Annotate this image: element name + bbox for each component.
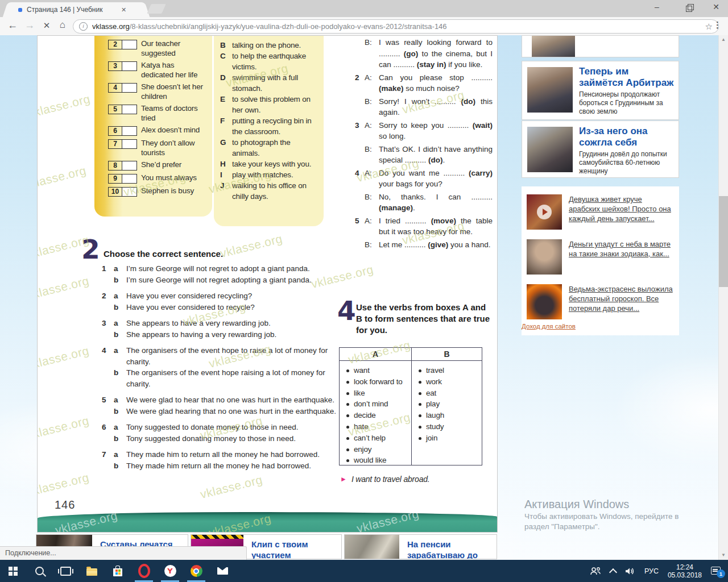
news-headline[interactable]: Теперь им займётся Арбитраж — [579, 66, 675, 89]
address-bar[interactable]: i vklasse.org/8-klass/uchebniki/anglijsk… — [73, 19, 719, 34]
ad-headline[interactable]: Клип с твоим участием — [251, 539, 341, 559]
mail-button[interactable] — [209, 560, 235, 582]
option-b-text: Tony suggested donating money to those i… — [126, 433, 349, 444]
dialogue-number: 3 — [355, 120, 365, 142]
browser-menu-icon[interactable]: ⋮ — [713, 20, 722, 30]
ad-thumbnail — [527, 194, 562, 230]
dialogue-line: 4 A: Do you want me .......... (carry) y… — [355, 168, 493, 190]
option-a-text: Tony suggested to donate money to those … — [126, 422, 349, 433]
ad-link[interactable]: Деньги упадут с неба в марте на такие зн… — [569, 239, 675, 275]
ad-item[interactable]: Деньги упадут с неба в марте на такие зн… — [527, 239, 679, 275]
scrollbar-thumb[interactable] — [719, 196, 728, 287]
exercise2-number: 2 — [81, 236, 100, 263]
letter-key: H — [220, 159, 232, 169]
ad-item[interactable]: Ведьма-экстрасенс выложила бесплатный го… — [527, 284, 679, 319]
chrome-button[interactable] — [183, 560, 209, 582]
mail-icon — [217, 567, 228, 575]
verb-item: like — [346, 388, 411, 399]
ad-link[interactable]: Девушка живет круче арабских шейхов! Про… — [569, 194, 675, 230]
news-text: Пенсионеры продолжают бороться с Грудини… — [579, 90, 675, 116]
exercise1-card-left: 2 Our teacher suggested 3 Katya has dedi… — [94, 35, 212, 217]
watermark: vklasse.org — [37, 344, 90, 372]
file-explorer-button[interactable] — [78, 560, 105, 582]
letter-key: F — [220, 115, 232, 137]
option-a-label: a — [114, 263, 126, 275]
home-icon[interactable]: ⌂ — [56, 19, 69, 31]
exercise2-item: 6 a Tony suggested to donate money to th… — [102, 422, 372, 444]
verb-item: travel — [419, 365, 482, 376]
scrollbar[interactable]: ▲ ▼ — [718, 35, 728, 560]
people-icon[interactable] — [590, 567, 601, 576]
news-text: Грудинин довёл до попытки самоубийства 6… — [579, 150, 675, 176]
bookmark-star-icon[interactable]: ☆ — [705, 22, 713, 32]
new-tab-button[interactable] — [147, 4, 166, 14]
browser-tab[interactable]: Страница 146 | Учебник ✕ — [9, 2, 143, 17]
example-text: I want to travel abroad. — [351, 475, 430, 484]
exercise2-item: 7 a They made him to return all the mone… — [102, 449, 372, 471]
ad-item[interactable]: Девушка живет круче арабских шейхов! Про… — [527, 194, 679, 230]
close-button[interactable]: ✕ — [708, 2, 725, 11]
dialogue-speaker: B: — [365, 239, 379, 251]
exercise2-item: 3 a She appears to have a very rewarding… — [102, 318, 372, 340]
search-button[interactable] — [26, 560, 52, 582]
back-icon[interactable]: ← — [6, 19, 19, 31]
item-number: 7 — [108, 139, 122, 149]
dialogue-text: I tried .......... (move) the table but … — [379, 215, 493, 238]
answer-boxes: 7 — [108, 139, 137, 149]
start-button[interactable] — [0, 560, 26, 582]
stop-icon[interactable]: ✕ — [40, 20, 53, 31]
ad-headline[interactable]: На пенсии зарабатываю до — [407, 539, 497, 559]
store-button[interactable] — [105, 560, 131, 582]
bottom-ad[interactable]: На пенсии зарабатываю до — [344, 534, 497, 559]
exercise1-item: 10 Stephen is busy — [108, 186, 212, 197]
option-b-text: Have you ever considered to recycle? — [126, 302, 349, 313]
dialogue-line: 3 A: Sorry to keep you .......... (wait)… — [355, 120, 493, 142]
notification-badge: 1 — [717, 569, 725, 578]
windows-activation-watermark: Активация Windows Чтобы активировать Win… — [524, 497, 679, 532]
browser-toolbar: ← → ✕ ⌂ i vklasse.org/8-klass/uchebniki/… — [0, 17, 728, 36]
option-a-label: a — [114, 394, 126, 406]
news-headline[interactable]: Из-за него она сожгла себя — [579, 126, 675, 148]
restore-button[interactable] — [680, 5, 697, 14]
activation-line2: раздел "Параметры". — [524, 522, 679, 532]
example-arrow-icon: ► — [340, 475, 347, 483]
minimize-button[interactable]: – — [648, 2, 665, 11]
verb-item: want — [346, 365, 411, 376]
dialogue-line: 5 A: I tried .......... (move) the table… — [355, 215, 493, 238]
verb-item: study — [419, 421, 482, 433]
exercise2-item: 1 a I’m sure George will not regret to a… — [102, 263, 372, 285]
show-hidden-icons-chevron[interactable] — [609, 568, 617, 576]
item-number: 8 — [108, 161, 122, 171]
volume-icon[interactable] — [625, 567, 635, 576]
clock[interactable]: 12:24 05.03.2018 — [668, 563, 702, 579]
yandex-browser-button[interactable]: Y — [157, 560, 183, 582]
info-icon[interactable]: i — [79, 22, 88, 31]
dialogue-line: B: I was really looking forward to .....… — [355, 37, 493, 70]
ads-footer-link[interactable]: Доход для сайтов — [522, 323, 576, 330]
news-thumbnail — [532, 36, 575, 57]
dialogue-speaker: B: — [365, 37, 379, 70]
scroll-down-icon[interactable]: ▼ — [719, 551, 728, 560]
verb-item: eat — [419, 388, 482, 399]
option-b-label: b — [114, 433, 126, 444]
scroll-up-icon[interactable]: ▲ — [719, 35, 728, 44]
watermark: vklasse.org — [37, 164, 88, 192]
sidebar-news-item[interactable]: Из-за него она сожгла себя Грудинин довё… — [522, 120, 679, 178]
sidebar-news-item-partial[interactable] — [522, 35, 679, 57]
notification-center-button[interactable]: 1 — [711, 567, 721, 575]
dialogue-text: Let me .......... (give) you a hand. — [379, 239, 493, 251]
ad-link[interactable]: Ведьма-экстрасенс выложила бесплатный го… — [569, 284, 675, 319]
sidebar-news-item[interactable]: Теперь им займётся Арбитраж Пенсионеры п… — [522, 61, 679, 120]
task-view-button[interactable] — [52, 560, 78, 582]
forward-icon[interactable]: → — [23, 19, 36, 31]
page-viewport: 2 Our teacher suggested 3 Katya has dedi… — [0, 35, 728, 560]
answer-boxes: 5 — [108, 105, 137, 114]
sidebar-ads: Девушка живет круче арабских шейхов! Про… — [522, 186, 679, 335]
store-icon — [113, 568, 122, 576]
yandex-icon: Y — [164, 565, 176, 577]
dialogue-number: 2 — [355, 72, 365, 94]
language-indicator[interactable]: РУС — [644, 567, 659, 575]
opera-button[interactable] — [131, 560, 157, 582]
letter-key: D — [220, 72, 232, 94]
tab-close-icon[interactable]: ✕ — [121, 6, 126, 14]
